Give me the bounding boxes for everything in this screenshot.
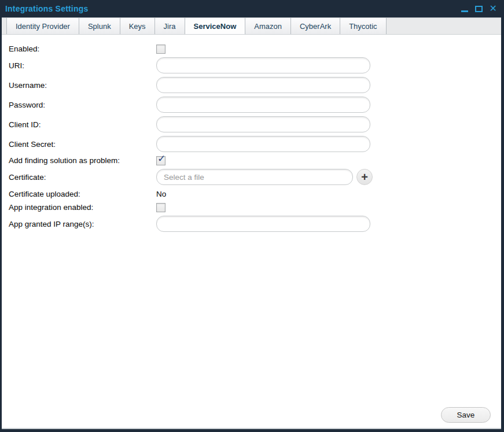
minimize-icon[interactable] bbox=[461, 10, 468, 12]
username-input[interactable] bbox=[156, 77, 370, 93]
username-label: Username: bbox=[9, 81, 156, 90]
client-id-row: Client ID: bbox=[9, 116, 501, 132]
password-label: Password: bbox=[9, 101, 156, 109]
add-finding-label: Add finding solution as problem: bbox=[9, 156, 156, 165]
certificate-uploaded-row: Certificate uploaded: No bbox=[9, 189, 501, 199]
tab-keys[interactable]: Keys bbox=[120, 18, 155, 34]
save-button[interactable]: Save bbox=[441, 407, 491, 423]
window-title: Integrations Settings bbox=[5, 4, 88, 13]
app-ip-ranges-label: App granted IP range(s): bbox=[9, 220, 156, 228]
app-integration-row: App integration enabled: ✓ bbox=[9, 202, 501, 212]
client-secret-input[interactable] bbox=[156, 136, 370, 152]
app-ip-ranges-row: App granted IP range(s): bbox=[9, 216, 501, 232]
password-input[interactable] bbox=[156, 97, 370, 113]
password-row: Password: bbox=[9, 97, 501, 113]
titlebar: Integrations Settings ✕ bbox=[0, 0, 504, 17]
uri-row: URI: bbox=[9, 57, 501, 73]
certificate-label: Certificate: bbox=[9, 173, 156, 182]
enabled-checkbox[interactable]: ✓ bbox=[156, 45, 165, 54]
maximize-icon[interactable] bbox=[475, 6, 483, 12]
add-finding-checkbox[interactable]: ✓ bbox=[156, 156, 165, 165]
app-ip-ranges-input[interactable] bbox=[156, 216, 370, 232]
tab-amazon[interactable]: Amazon bbox=[245, 18, 291, 34]
plus-icon: + bbox=[361, 171, 368, 183]
certificate-uploaded-label: Certificate uploaded: bbox=[9, 190, 156, 198]
uri-input[interactable] bbox=[156, 57, 370, 73]
tab-jira[interactable]: Jira bbox=[155, 18, 185, 34]
tab-cyberark[interactable]: CyberArk bbox=[291, 18, 340, 34]
app-integration-label: App integration enabled: bbox=[9, 203, 156, 212]
servicenow-settings-panel: Enabled: ✓ URI: Username: Password: Clie… bbox=[2, 35, 501, 429]
uri-label: URI: bbox=[9, 61, 156, 70]
tab-servicenow[interactable]: ServiceNow bbox=[185, 18, 246, 34]
tab-bar: Identity Provider Splunk Keys Jira Servi… bbox=[2, 17, 501, 35]
client-secret-row: Client Secret: bbox=[9, 136, 501, 152]
certificate-uploaded-value: No bbox=[156, 190, 166, 198]
add-finding-row: Add finding solution as problem: ✓ bbox=[9, 156, 501, 165]
integrations-settings-window: Integrations Settings ✕ Identity Provide… bbox=[0, 0, 504, 432]
client-id-label: Client ID: bbox=[9, 120, 156, 129]
client-id-input[interactable] bbox=[156, 116, 370, 132]
close-icon[interactable]: ✕ bbox=[490, 5, 497, 13]
certificate-row: Certificate: + bbox=[9, 169, 501, 185]
tab-identity-provider[interactable]: Identity Provider bbox=[6, 18, 79, 34]
checkmark-icon: ✓ bbox=[157, 154, 165, 164]
certificate-file-input[interactable] bbox=[156, 169, 353, 185]
window-controls: ✕ bbox=[461, 5, 497, 13]
username-row: Username: bbox=[9, 77, 501, 93]
enabled-label: Enabled: bbox=[9, 45, 156, 53]
tab-thycotic[interactable]: Thycotic bbox=[340, 18, 386, 34]
tab-splunk[interactable]: Splunk bbox=[79, 18, 120, 34]
enabled-row: Enabled: ✓ bbox=[9, 44, 501, 54]
client-secret-label: Client Secret: bbox=[9, 140, 156, 149]
app-integration-checkbox[interactable]: ✓ bbox=[156, 203, 165, 212]
add-certificate-button[interactable]: + bbox=[356, 169, 373, 185]
